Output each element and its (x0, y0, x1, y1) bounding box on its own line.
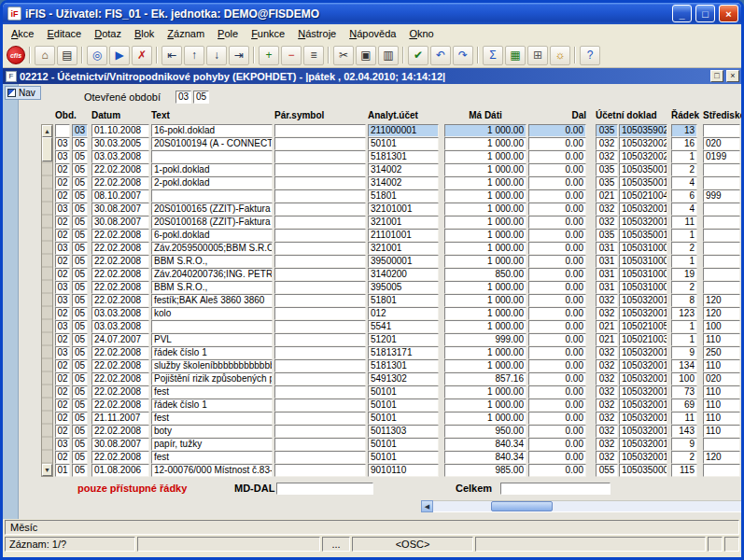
cell-stredisko[interactable] (703, 176, 740, 189)
md-dal-field[interactable] (276, 483, 373, 495)
cell-stredisko[interactable]: 110 (703, 333, 740, 346)
cell-datum[interactable]: 22.02.2008 (91, 359, 149, 372)
minimize-button[interactable]: _ (672, 5, 692, 22)
cell-radek[interactable]: 4 (671, 176, 697, 189)
cell-dal[interactable]: 0.00 (528, 124, 586, 137)
cell-obd2[interactable]: 05 (72, 255, 88, 268)
cell-doklad2[interactable]: 1050350015 (619, 229, 667, 242)
cell-par[interactable] (274, 189, 366, 203)
cell-analyt[interactable]: 314002 (368, 176, 439, 189)
cell-analyt[interactable]: 50101 (368, 451, 439, 464)
cell-radek[interactable]: 8 (671, 294, 697, 307)
excel-export-icon[interactable]: ▦ (505, 46, 526, 65)
cell-par[interactable] (274, 268, 366, 281)
cell-datum[interactable]: 22.02.2008 (91, 242, 149, 255)
cell-doklad1[interactable]: 032 (596, 150, 618, 163)
cell-par[interactable] (274, 464, 366, 477)
cell-par[interactable] (274, 412, 366, 425)
cell-text[interactable]: Záv.2059500005;BBM S.R.O. (151, 242, 273, 255)
cell-obd2[interactable]: 05 (72, 372, 88, 385)
cell-stredisko[interactable]: 0199 (703, 150, 740, 163)
cell-doklad2[interactable]: 1050320023 (619, 137, 667, 150)
cell-doklad2[interactable]: 1050320018 (619, 385, 667, 399)
cell-par[interactable] (274, 372, 366, 385)
cell-ma_dati[interactable]: 1 000.00 (444, 124, 526, 137)
cell-par[interactable] (274, 385, 366, 399)
cell-analyt[interactable]: 321001 (368, 216, 439, 229)
scroll-down-icon[interactable]: ▼ (42, 464, 52, 476)
cell-obd2[interactable]: 05 (72, 150, 88, 163)
vertical-scrollbar-thumb[interactable] (42, 137, 52, 161)
cell-analyt[interactable]: 012 (368, 307, 439, 320)
cell-stredisko[interactable]: 120 (703, 451, 740, 464)
cell-obd1[interactable]: 03 (55, 294, 70, 307)
cell-text[interactable]: řádek číslo 1 (151, 346, 273, 359)
cell-analyt[interactable]: 39500001 (368, 255, 439, 268)
next-record-icon[interactable]: ↓ (206, 46, 227, 65)
cell-doklad2[interactable]: 1050320014 (619, 346, 667, 359)
cell-obd1[interactable]: 02 (55, 385, 70, 399)
cell-doklad1[interactable]: 032 (596, 346, 618, 359)
cell-dal[interactable]: 0.00 (528, 451, 586, 464)
cell-par[interactable] (274, 203, 366, 216)
cell-dal[interactable]: 0.00 (528, 307, 586, 320)
cell-par[interactable] (274, 163, 366, 176)
cell-text[interactable]: 2-pokl.doklad (151, 176, 273, 189)
cell-obd1[interactable]: 02 (55, 412, 70, 425)
cell-text[interactable] (151, 150, 273, 163)
cell-doklad1[interactable]: 032 (596, 359, 618, 372)
cell-doklad1[interactable]: 032 (596, 385, 618, 399)
cell-datum[interactable]: 22.02.2008 (91, 399, 149, 412)
cell-analyt[interactable]: 5181301 (368, 359, 439, 372)
cell-datum[interactable]: 30.08.2007 (91, 216, 149, 229)
cell-datum[interactable]: 24.07.2007 (91, 333, 149, 346)
cell-doklad2[interactable]: 1050320018 (619, 425, 667, 438)
cell-ma_dati[interactable]: 1 000.00 (444, 281, 526, 294)
cell-ma_dati[interactable]: 1 000.00 (444, 346, 526, 359)
menu-item-pole[interactable]: Pole (211, 25, 245, 42)
cell-par[interactable] (274, 216, 366, 229)
cell-datum[interactable]: 21.11.2007 (91, 412, 149, 425)
cell-doklad2[interactable]: 1050350015 (619, 176, 667, 189)
cell-doklad2[interactable]: 1050350015 (619, 163, 667, 176)
cell-dal[interactable]: 0.00 (528, 333, 586, 346)
cell-stredisko[interactable] (703, 464, 740, 477)
cell-radek[interactable]: 16 (671, 137, 697, 150)
cell-obd1[interactable]: 02 (55, 189, 70, 203)
cell-obd2[interactable]: 05 (72, 333, 88, 346)
cell-datum[interactable]: 22.02.2008 (91, 385, 149, 399)
cell-stredisko[interactable] (703, 255, 740, 268)
close-button[interactable]: × (719, 5, 738, 22)
cell-analyt[interactable]: 5011303 (368, 425, 439, 438)
cell-obd1[interactable]: 02 (55, 372, 70, 385)
cell-doklad2[interactable]: 1050320013 (619, 451, 667, 464)
cell-datum[interactable]: 22.02.2008 (91, 255, 149, 268)
horizontal-scrollbar[interactable]: ◀ ▶ (421, 500, 741, 512)
cut-icon[interactable]: ✂ (333, 46, 354, 65)
cell-obd1[interactable]: 02 (55, 333, 70, 346)
cell-doklad1[interactable]: 032 (596, 399, 618, 412)
cell-text[interactable]: 20S0100165 (ZZIT)-Faktura (151, 203, 273, 216)
hint-icon[interactable]: ☼ (550, 46, 570, 65)
cell-datum[interactable]: 08.10.2007 (91, 189, 149, 203)
cell-doklad1[interactable]: 032 (596, 372, 618, 385)
cell-text[interactable]: 20S0100194 (A - CONNECT UNE S)-Fa (151, 137, 273, 150)
cell-doklad1[interactable]: 031 (596, 242, 618, 255)
cell-par[interactable] (274, 137, 366, 150)
cell-analyt[interactable]: 3140200 (368, 268, 439, 281)
execute-query-icon[interactable]: ▶ (109, 46, 130, 65)
cell-doklad2[interactable]: 1050320013 (619, 203, 667, 216)
cell-doklad2[interactable]: 1050320018 (619, 359, 667, 372)
cell-doklad1[interactable]: 032 (596, 451, 618, 464)
cell-datum[interactable]: 22.02.2008 (91, 451, 149, 464)
cell-obd2[interactable]: 05 (72, 320, 88, 333)
cell-datum[interactable]: 22.02.2008 (91, 346, 149, 359)
cell-obd2[interactable]: 05 (72, 464, 88, 477)
cell-datum[interactable]: 01.08.2006 (91, 464, 149, 477)
cell-text[interactable]: Pojištění rizik způsobených prac.či (151, 372, 273, 385)
cell-radek[interactable]: 11 (671, 412, 697, 425)
menu-item-akce[interactable]: Akce (5, 25, 40, 42)
cell-obd1[interactable]: 02 (55, 359, 70, 372)
cell-doklad1[interactable]: 032 (596, 294, 618, 307)
cell-radek[interactable]: 69 (671, 399, 697, 412)
